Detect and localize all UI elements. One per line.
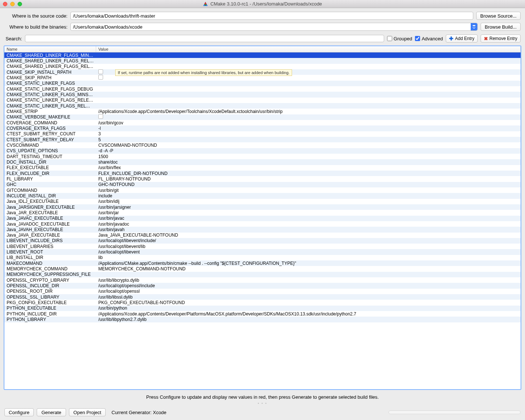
table-row[interactable]: MEMORYCHECK_SUPPRESSIONS_FILE [4,272,521,277]
cell-value[interactable]: /Applications/Xcode.app/Contents/Develop… [96,109,521,114]
cell-value[interactable]: CVSCOMMAND-NOTFOUND [96,143,521,148]
cell-name[interactable]: Java_JAVA_EXECUTABLE [4,233,96,238]
cell-value[interactable]: -l [96,126,521,131]
cell-name[interactable]: LIBEVENT_ROOT [4,249,96,255]
table-row[interactable]: Java_JARSIGNER_EXECUTABLE/usr/bin/jarsig… [4,204,521,210]
cell-name[interactable]: Java_JAVADOC_EXECUTABLE [4,222,96,227]
cell-value[interactable]: /usr/bin/gcov [96,120,521,125]
cell-name[interactable]: CVS_UPDATE_OPTIONS [4,148,96,153]
table-row[interactable]: Java_JAR_EXECUTABLE/usr/bin/jar [4,210,521,215]
cell-name[interactable]: CMAKE_STATIC_LINKER_FLAGS_DEBUG [4,87,96,92]
cell-name[interactable]: OPENSSL_SSL_LIBRARY [4,295,96,300]
cell-value[interactable] [96,69,521,75]
cell-value[interactable]: /Applications/CMake.app/Contents/bin/cma… [96,261,521,266]
generate-button[interactable]: Generate [37,408,66,416]
browse-build-button[interactable]: Browse Build... [481,23,521,31]
cell-name[interactable]: MAKECOMMAND [4,261,96,266]
table-row[interactable]: FLEX_EXECUTABLE/usr/bin/flex [4,165,521,171]
table-row[interactable]: MAKECOMMAND/Applications/CMake.app/Conte… [4,260,521,266]
cell-name[interactable]: CMAKE_STATIC_LINKER_FLAGS [4,81,96,86]
cell-name[interactable]: CMAKE_STRIP [4,109,96,114]
cell-value[interactable] [96,114,521,120]
table-row[interactable]: Java_JAVA_EXECUTABLEJava_JAVA_EXECUTABLE… [4,233,521,238]
cell-name[interactable]: CMAKE_STATIC_LINKER_FLAGS_RELEASE [4,98,96,103]
cell-name[interactable]: CTEST_SUBMIT_RETRY_DELAY [4,137,96,142]
table-row[interactable]: CTEST_SUBMIT_RETRY_DELAY5 [4,137,521,142]
cell-name[interactable]: GHC [4,182,96,187]
drag-handle-icon[interactable]: • • • [0,401,525,406]
table-row[interactable]: Java_IDLJ_EXECUTABLE/usr/bin/idlj [4,199,521,204]
cell-value[interactable]: /usr/bin/idlj [96,199,521,204]
search-input[interactable] [25,35,384,42]
cell-name[interactable]: LIBEVENT_LIBRARIES [4,244,96,249]
maximize-icon[interactable] [18,2,22,6]
table-row[interactable]: FL_LIBRARYFL_LIBRARY-NOTFOUND [4,176,521,182]
table-body[interactable]: CMAKE_SHARED_LINKER_FLAGS_MINSIZERELCMAK… [4,52,521,389]
chevron-down-icon[interactable] [471,23,477,30]
cell-name[interactable]: COVERAGE_EXTRA_FLAGS [4,126,96,131]
table-row[interactable]: LIB_INSTALL_DIRlib [4,255,521,260]
table-row[interactable]: PYTHON_EXECUTABLE/usr/bin/python [4,306,521,311]
table-row[interactable]: CMAKE_SHARED_LINKER_FLAGS_MINSIZEREL [4,52,521,58]
table-row[interactable]: MEMORYCHECK_COMMANDMEMORYCHECK_COMMAND-N… [4,266,521,271]
cell-name[interactable]: INCLUDE_INSTALL_DIR [4,193,96,198]
cell-name[interactable]: GITCOMMAND [4,188,96,193]
advanced-checkbox[interactable]: Advanced [415,36,443,41]
minimize-icon[interactable] [10,2,15,6]
cell-value[interactable]: /usr/local/opt/openssl [96,289,521,294]
table-row[interactable]: GHCGHC-NOTFOUND [4,182,521,187]
table-row[interactable]: PKG_CONFIG_EXECUTABLEPKG_CONFIG_EXECUTAB… [4,300,521,305]
cell-value[interactable]: /usr/bin/git [96,188,521,193]
cell-name[interactable]: PYTHON_LIBRARY [4,317,96,322]
cell-value[interactable]: /usr/bin/jarsigner [96,205,521,210]
advanced-checkbox-input[interactable] [415,36,420,41]
configure-button[interactable]: Configure [4,408,34,416]
cell-name[interactable]: DART_TESTING_TIMEOUT [4,154,96,159]
table-row[interactable]: CMAKE_STATIC_LINKER_FLAGS_DEBUG [4,86,521,92]
cell-name[interactable]: CMAKE_SHARED_LINKER_FLAGS_MINSIZEREL [4,53,96,58]
cell-name[interactable]: OPENSSL_ROOT_DIR [4,289,96,294]
table-row[interactable]: CMAKE_SKIP_INSTALL_RPATH [4,69,521,75]
table-row[interactable]: CMAKE_STRIP/Applications/Xcode.app/Conte… [4,109,521,114]
table-row[interactable]: LIBEVENT_INCLUDE_DIRS/usr/local/opt/libe… [4,238,521,244]
cell-name[interactable]: FL_LIBRARY [4,176,96,182]
table-row[interactable]: OPENSSL_INCLUDE_DIR/usr/local/opt/openss… [4,283,521,288]
cell-value[interactable]: FLEX_INCLUDE_DIR-NOTFOUND [96,171,521,176]
cell-value[interactable]: -d -A -P [96,148,521,153]
cell-name[interactable]: CMAKE_SHARED_LINKER_FLAGS_RELWITHD... [4,64,96,69]
build-input[interactable] [70,23,478,31]
remove-entry-button[interactable]: ✖ Remove Entry [481,34,521,43]
cell-name[interactable]: LIBEVENT_INCLUDE_DIRS [4,238,96,243]
table-row[interactable]: Java_JAVADOC_EXECUTABLE/usr/bin/javadoc [4,221,521,227]
table-row[interactable]: Java_JAVAH_EXECUTABLE/usr/bin/javah [4,227,521,232]
cell-value[interactable]: MEMORYCHECK_COMMAND-NOTFOUND [96,266,521,271]
cell-value[interactable]: /usr/bin/javac [96,216,521,221]
cell-value[interactable]: GHC-NOTFOUND [96,182,521,187]
table-row[interactable]: OPENSSL_CRYPTO_LIBRARY/usr/lib/libcrypto… [4,277,521,283]
table-row[interactable]: OPENSSL_SSL_LIBRARY/usr/lib/libssl.dylib [4,294,521,300]
cell-value[interactable]: /usr/lib/libssl.dylib [96,295,521,300]
cell-value[interactable]: share/doc [96,160,521,165]
cell-value[interactable]: 1500 [96,154,521,159]
table-row[interactable]: DOC_INSTALL_DIRshare/doc [4,159,521,165]
cell-name[interactable]: FLEX_INCLUDE_DIR [4,171,96,176]
cell-value[interactable] [96,75,521,81]
add-entry-button[interactable]: ✚ Add Entry [446,34,478,43]
cell-value[interactable]: /usr/bin/python [96,306,521,311]
build-combo[interactable] [70,23,478,31]
cell-name[interactable]: COVERAGE_COMMAND [4,120,96,125]
table-row[interactable]: CVSCOMMANDCVSCOMMAND-NOTFOUND [4,142,521,148]
checkbox-icon[interactable] [98,75,103,80]
cell-name[interactable]: OPENSSL_INCLUDE_DIR [4,283,96,288]
cell-value[interactable]: include [96,193,521,198]
cell-name[interactable]: LIB_INSTALL_DIR [4,255,96,260]
cell-name[interactable]: MEMORYCHECK_SUPPRESSIONS_FILE [4,272,96,277]
checkbox-icon[interactable] [98,69,103,74]
cell-value[interactable]: /usr/local/opt/libevent [96,249,521,255]
cell-name[interactable]: PYTHON_INCLUDE_DIR [4,311,96,317]
cell-name[interactable]: MEMORYCHECK_COMMAND [4,266,96,271]
grouped-checkbox[interactable]: Grouped [387,36,412,41]
cell-name[interactable]: CMAKE_SKIP_INSTALL_RPATH [4,70,96,75]
cell-value[interactable]: lib [96,255,521,260]
cell-value[interactable]: Java_JAVA_EXECUTABLE-NOTFOUND [96,233,521,238]
